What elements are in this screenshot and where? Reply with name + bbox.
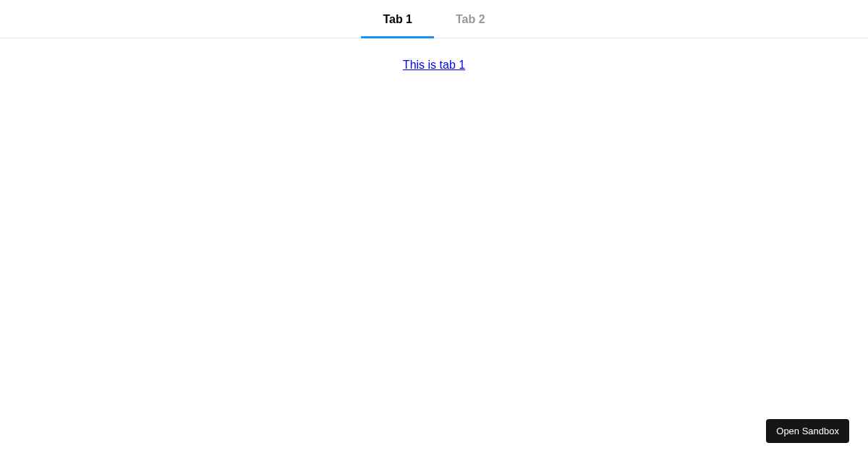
- tab-1-label: Tab 1: [383, 13, 412, 25]
- tab-2-label: Tab 2: [456, 13, 485, 25]
- tab-content: This is tab 1: [0, 38, 868, 72]
- tabs-header: Tab 1 Tab 2: [0, 0, 868, 38]
- open-sandbox-button[interactable]: Open Sandbox: [766, 419, 849, 443]
- tabs-container: Tab 1 Tab 2 This is tab 1: [0, 0, 868, 72]
- tab-1[interactable]: Tab 1: [361, 0, 434, 38]
- tab-content-link[interactable]: This is tab 1: [403, 59, 465, 71]
- tab-2[interactable]: Tab 2: [434, 0, 507, 38]
